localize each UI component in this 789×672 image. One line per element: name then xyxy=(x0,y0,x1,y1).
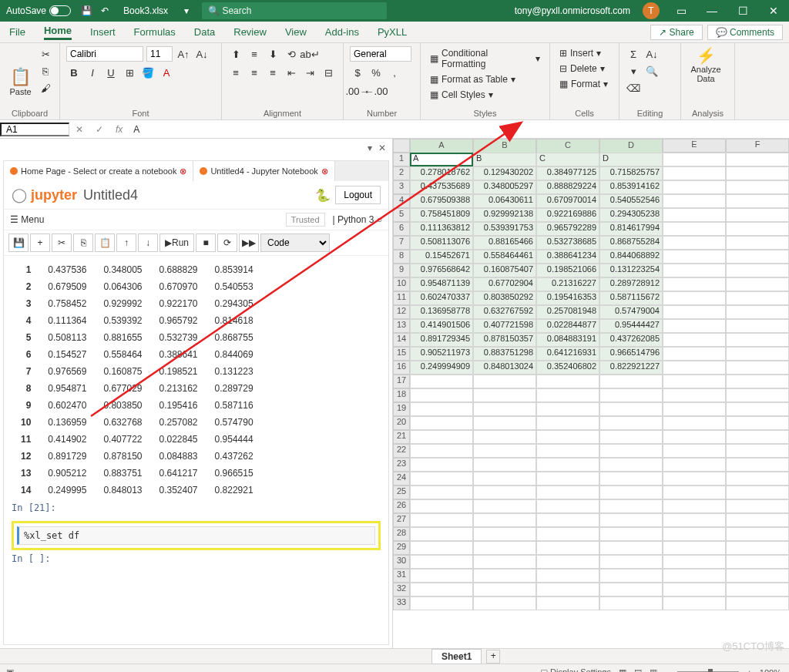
cell[interactable] xyxy=(410,430,473,444)
cell[interactable]: 0.136958778 xyxy=(410,305,473,319)
format-painter-icon[interactable]: 🖌 xyxy=(38,80,53,96)
cell[interactable] xyxy=(473,458,536,472)
cell[interactable] xyxy=(726,277,789,291)
cell[interactable] xyxy=(536,555,599,569)
save-button[interactable]: 💾 xyxy=(8,234,29,252)
cell[interactable] xyxy=(726,583,789,596)
cell[interactable] xyxy=(536,569,599,583)
autosum-icon[interactable]: Σ xyxy=(626,46,641,62)
cell[interactable]: 0.539391753 xyxy=(473,222,536,236)
cell[interactable] xyxy=(473,527,536,541)
restart-button[interactable]: ⟳ xyxy=(217,234,237,252)
comma-icon[interactable]: , xyxy=(387,65,402,80)
move-down-button[interactable]: ↓ xyxy=(138,234,158,252)
maximize-button[interactable]: ☐ xyxy=(727,5,758,17)
cell[interactable] xyxy=(599,430,663,444)
cell[interactable]: C xyxy=(536,153,599,166)
cell[interactable] xyxy=(410,569,473,583)
save-icon[interactable]: 💾 xyxy=(77,5,96,16)
cell[interactable] xyxy=(663,596,726,610)
cell[interactable] xyxy=(473,472,536,486)
comments-button[interactable]: 💬 Comments xyxy=(707,25,783,40)
cell[interactable]: 0.111363812 xyxy=(410,222,473,236)
cell[interactable] xyxy=(473,569,536,583)
cell[interactable] xyxy=(599,583,663,596)
cell[interactable] xyxy=(663,347,726,361)
fill-icon[interactable]: ▾ xyxy=(626,63,641,79)
cell[interactable] xyxy=(599,513,663,527)
cell[interactable] xyxy=(663,583,726,596)
cell[interactable] xyxy=(663,402,726,416)
cell[interactable]: 0.868755284 xyxy=(599,236,663,250)
find-icon[interactable]: 🔍 xyxy=(644,63,660,79)
cell[interactable] xyxy=(473,596,536,610)
column-header-C[interactable]: C xyxy=(536,139,599,154)
cut-cell-button[interactable]: ✂ xyxy=(52,234,72,252)
cell[interactable] xyxy=(726,486,789,499)
cell[interactable] xyxy=(726,333,789,347)
cell[interactable] xyxy=(599,458,663,472)
cell[interactable]: 0.195416353 xyxy=(536,291,599,305)
cell[interactable]: 0.558464461 xyxy=(473,250,536,264)
cell[interactable] xyxy=(599,486,663,499)
sheet-tab[interactable]: Sheet1 xyxy=(431,649,482,664)
cell[interactable]: 0.632767592 xyxy=(473,305,536,319)
cell[interactable] xyxy=(663,361,726,375)
cell[interactable] xyxy=(663,430,726,444)
cell[interactable] xyxy=(663,555,726,569)
notebook-area[interactable]: 10.4375360.3480050.6888290.85391420.6795… xyxy=(4,256,388,644)
currency-icon[interactable]: $ xyxy=(350,65,365,80)
row-header[interactable]: 7 xyxy=(393,236,410,250)
cell[interactable]: B xyxy=(473,153,536,166)
cell[interactable] xyxy=(536,499,599,513)
spreadsheet-grid[interactable]: ABCDEF 1ABCD20.2780187620.1294302020.384… xyxy=(393,139,789,648)
border-icon[interactable]: ⊞ xyxy=(122,65,137,80)
row-header[interactable]: 21 xyxy=(393,430,410,444)
column-header-D[interactable]: D xyxy=(599,139,663,154)
tab-close-icon[interactable]: ⊗ xyxy=(321,166,328,176)
formula-input[interactable]: A xyxy=(129,124,789,135)
row-header[interactable]: 17 xyxy=(393,375,410,388)
bold-icon[interactable]: B xyxy=(66,65,82,80)
delete-cells-button[interactable]: ⊟ Delete ▾ xyxy=(556,62,613,76)
close-button[interactable]: ✕ xyxy=(758,5,789,17)
cell[interactable] xyxy=(726,347,789,361)
cell[interactable]: 0.437262085 xyxy=(599,333,663,347)
row-header[interactable]: 15 xyxy=(393,347,410,361)
cell[interactable]: 0.965792289 xyxy=(536,222,599,236)
percent-icon[interactable]: % xyxy=(368,65,384,80)
cell[interactable] xyxy=(663,222,726,236)
cell[interactable] xyxy=(599,402,663,416)
cell[interactable] xyxy=(536,541,599,555)
cell[interactable] xyxy=(536,596,599,610)
cell[interactable] xyxy=(726,319,789,333)
cell[interactable]: 0.508113076 xyxy=(410,236,473,250)
cell[interactable]: 0.198521066 xyxy=(536,264,599,277)
cancel-icon[interactable]: ✕ xyxy=(69,124,89,135)
cell[interactable] xyxy=(410,527,473,541)
cell[interactable]: 0.57479004 xyxy=(599,305,663,319)
increase-indent-icon[interactable]: ⇥ xyxy=(302,65,317,80)
align-top-icon[interactable]: ⬆ xyxy=(228,46,243,62)
cell[interactable] xyxy=(599,472,663,486)
decrease-decimal-icon[interactable]: ←.00 xyxy=(368,83,384,99)
row-header[interactable]: 8 xyxy=(393,250,410,264)
cell[interactable] xyxy=(726,153,789,166)
cell[interactable] xyxy=(726,222,789,236)
cell[interactable] xyxy=(536,486,599,499)
undo-icon[interactable]: ↶ xyxy=(96,5,114,16)
tab-addins[interactable]: Add-ins xyxy=(325,26,359,38)
cell[interactable] xyxy=(536,458,599,472)
column-header-E[interactable]: E xyxy=(663,139,726,153)
cell[interactable] xyxy=(726,499,789,513)
cell[interactable]: 0.131223254 xyxy=(599,264,663,277)
cell[interactable] xyxy=(410,555,473,569)
cell[interactable]: A xyxy=(410,153,473,166)
cell[interactable] xyxy=(536,388,599,402)
cell[interactable]: 0.160875407 xyxy=(473,264,536,277)
underline-icon[interactable]: U xyxy=(103,65,119,80)
cell[interactable]: 0.848013024 xyxy=(473,361,536,375)
cell[interactable] xyxy=(410,375,473,388)
cell[interactable] xyxy=(726,166,789,180)
cell[interactable]: 0.891729345 xyxy=(410,333,473,347)
